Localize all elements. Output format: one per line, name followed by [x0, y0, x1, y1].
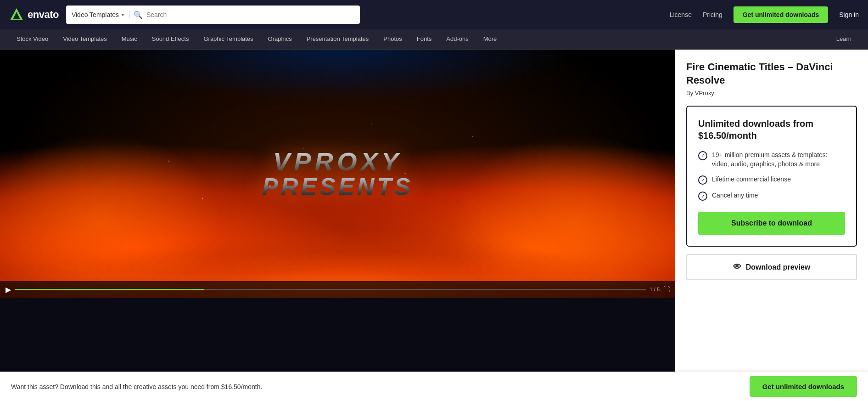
subnav-more[interactable]: More — [476, 29, 504, 50]
subnav-music[interactable]: Music — [114, 29, 145, 50]
bottom-bar: Want this asset? Download this and all t… — [0, 372, 868, 379]
feature-item-license: ✓ Lifetime commercial license — [698, 175, 845, 185]
product-sidebar: Fire Cinematic Titles – DaVinci Resolve … — [675, 50, 868, 379]
envato-logo-icon — [9, 7, 24, 22]
progress-fill — [15, 289, 204, 290]
feature-item-cancel: ✓ Cancel any time — [698, 191, 845, 201]
play-button[interactable]: ▶ — [6, 285, 11, 294]
sub-navigation: Stock Video Video Templates Music Sound … — [0, 29, 868, 50]
subnav-stock-video[interactable]: Stock Video — [9, 29, 56, 50]
subnav-graphic-templates[interactable]: Graphic Templates — [196, 29, 260, 50]
download-preview-button[interactable]: 👁 Download preview — [686, 254, 857, 280]
download-preview-label: Download preview — [746, 263, 810, 271]
category-selector[interactable]: Video Templates ▾ — [72, 11, 130, 18]
fullscreen-button[interactable]: ⛶ — [663, 286, 670, 293]
subnav-add-ons[interactable]: Add-ons — [439, 29, 476, 50]
feature-text-assets: 19+ million premium assets & templates: … — [712, 151, 845, 169]
chevron-down-icon: ▾ — [122, 12, 124, 17]
search-bar: Video Templates ▾ 🔍 — [66, 6, 360, 24]
video-title-line2: PRESENTS — [262, 175, 413, 198]
category-label: Video Templates — [72, 11, 119, 18]
subnav-learn[interactable]: Learn — [829, 29, 859, 50]
subscribe-button[interactable]: Subscribe to download — [698, 212, 845, 235]
video-controls: ▶ 1 / 5 ⛶ — [0, 281, 675, 298]
subnav-sound-effects[interactable]: Sound Effects — [145, 29, 196, 50]
progress-bar[interactable] — [15, 289, 646, 290]
pricing-headline: Unlimited downloads from $16.50/month — [698, 118, 845, 141]
search-icon: 🔍 — [134, 11, 143, 19]
video-area: VPROXY PRESENTS ▶ 1 / 5 ⛶ — [0, 50, 675, 379]
nav-links: License Pricing Get unlimited downloads … — [670, 6, 859, 23]
product-title: Fire Cinematic Titles – DaVinci Resolve — [686, 61, 857, 87]
check-icon-license: ✓ — [698, 175, 707, 185]
nav-link-license[interactable]: License — [670, 11, 692, 18]
signin-button[interactable]: Sign in — [839, 11, 859, 18]
feature-text-cancel: Cancel any time — [712, 191, 758, 200]
eye-icon: 👁 — [733, 262, 741, 272]
video-title-line1: VPROXY — [262, 149, 413, 175]
bottom-unlimited-button[interactable]: Get unlimited downloads — [750, 376, 857, 379]
author-name[interactable]: VProxy — [695, 90, 714, 96]
author-prefix: By — [686, 90, 693, 96]
top-navigation: envato Video Templates ▾ 🔍 License Prici… — [0, 0, 868, 29]
product-author: By VProxy — [686, 90, 857, 96]
pricing-card: Unlimited downloads from $16.50/month ✓ … — [686, 106, 857, 247]
subnav-fonts[interactable]: Fonts — [409, 29, 439, 50]
subnav-video-templates[interactable]: Video Templates — [56, 29, 114, 50]
feature-item-assets: ✓ 19+ million premium assets & templates… — [698, 151, 845, 169]
feature-text-license: Lifetime commercial license — [712, 175, 791, 184]
logo-text: envato — [28, 9, 59, 21]
check-icon-cancel: ✓ — [698, 192, 707, 201]
logo[interactable]: envato — [9, 7, 59, 22]
time-counter: 1 / 5 — [650, 287, 660, 292]
main-content: VPROXY PRESENTS ▶ 1 / 5 ⛶ Fire Cinematic… — [0, 50, 868, 379]
search-input[interactable] — [146, 11, 354, 18]
video-title-overlay: VPROXY PRESENTS — [262, 149, 413, 198]
subnav-graphics[interactable]: Graphics — [261, 29, 299, 50]
video-player[interactable]: VPROXY PRESENTS ▶ 1 / 5 ⛶ — [0, 50, 675, 298]
get-unlimited-button[interactable]: Get unlimited downloads — [734, 6, 828, 23]
nav-link-pricing[interactable]: Pricing — [703, 11, 722, 18]
feature-list: ✓ 19+ million premium assets & templates… — [698, 151, 845, 201]
check-icon-assets: ✓ — [698, 151, 707, 160]
subnav-photos[interactable]: Photos — [376, 29, 409, 50]
subnav-presentation-templates[interactable]: Presentation Templates — [299, 29, 376, 50]
